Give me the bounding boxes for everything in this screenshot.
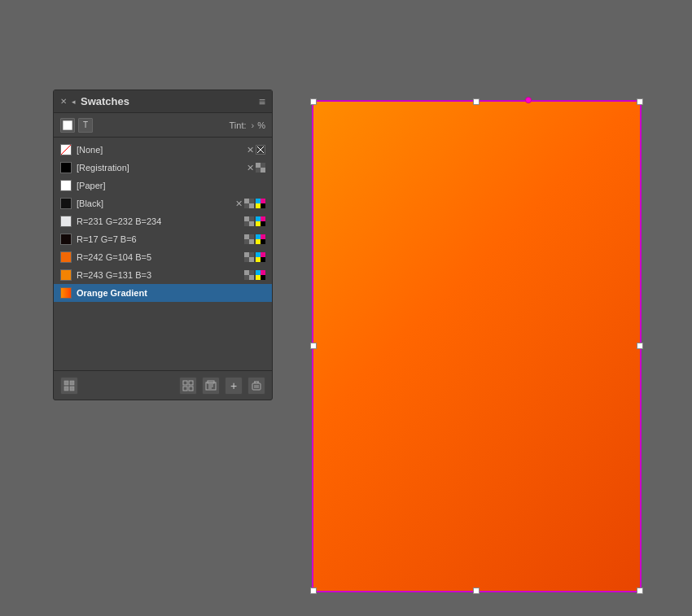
- swatch-black-label: [Black]: [77, 199, 230, 208]
- swatch-none[interactable]: [None] ✕: [54, 141, 272, 159]
- swatch-light-gray-color: [60, 216, 72, 227]
- swatch-r231g232b234[interactable]: R=231 G=232 B=234: [54, 212, 272, 230]
- black-cmyk-icon: [256, 199, 265, 208]
- svg-rect-5: [64, 387, 68, 391]
- delete-swatch-button[interactable]: [247, 377, 265, 395]
- swatch-black[interactable]: [Black] ✕: [54, 194, 272, 212]
- swatch-paper-label: [Paper]: [77, 181, 261, 190]
- svg-rect-4: [70, 381, 74, 385]
- tint-label: Tint:: [230, 120, 247, 130]
- swatch-orange1-label: R=242 G=104 B=5: [77, 252, 239, 262]
- none-x-icon: ✕: [247, 145, 254, 155]
- swatch-none-icons: ✕: [247, 145, 265, 155]
- panel-title-left: ✕ ◂ Swatches: [60, 95, 129, 107]
- swatch-reg-label: [Registration]: [77, 163, 242, 173]
- swatch-paper-color: [60, 180, 72, 191]
- open-swatch-library-button[interactable]: [202, 377, 220, 395]
- reg-checker-icon: [256, 163, 265, 173]
- collapse-arrow-icon[interactable]: ◂: [72, 98, 76, 106]
- swatch-r242g104b5[interactable]: R=242 G=104 B=5: [54, 248, 272, 266]
- canvas-area: [301, 53, 651, 616]
- swatches-panel: ✕ ◂ Swatches ≡ T Tint: › % [None] ✕: [53, 90, 273, 400]
- swatch-black-color: [60, 198, 72, 209]
- dark-cmyk-icon: [256, 234, 265, 244]
- black-checker-icon: [244, 199, 254, 208]
- svg-rect-3: [64, 381, 68, 385]
- swatch-orange2-icons: [244, 270, 265, 280]
- swatch-dark-color: [60, 234, 72, 245]
- none-box-icon: [256, 145, 265, 155]
- swatch-r17g7b6[interactable]: R=17 G=7 B=6: [54, 230, 272, 248]
- swatch-dark-label: R=17 G=7 B=6: [77, 234, 239, 244]
- swatch-light-gray-icons: [244, 216, 265, 226]
- dark-checker-icon: [244, 234, 254, 244]
- swatch-none-color: [60, 144, 72, 155]
- panel-bottom-bar: +: [54, 370, 272, 400]
- swatches-list: [None] ✕ [Registration] ✕: [54, 138, 272, 305]
- svg-rect-0: [63, 120, 72, 130]
- black-x-icon: ✕: [235, 199, 243, 209]
- swatch-paper[interactable]: [Paper]: [54, 177, 272, 194]
- orange1-checker-icon: [244, 252, 254, 262]
- swatch-gradient-color: [60, 287, 72, 299]
- swatch-orange2-color: [60, 269, 72, 281]
- tint-arrow-icon: ›: [252, 120, 255, 130]
- swatch-orange2-label: R=243 G=131 B=3: [77, 270, 239, 280]
- orange2-checker-icon: [244, 270, 254, 280]
- page-object[interactable]: [312, 100, 642, 592]
- panel-toolbar: T Tint: › %: [54, 113, 272, 138]
- new-swatch-button[interactable]: +: [225, 377, 243, 395]
- swatch-registration[interactable]: [Registration] ✕: [54, 159, 272, 177]
- swatch-dark-icons: [244, 234, 265, 244]
- show-all-swatches-button[interactable]: [60, 377, 78, 395]
- swatch-orange1-color: [60, 251, 72, 263]
- swatch-r243g131b3[interactable]: R=243 G=131 B=3: [54, 266, 272, 284]
- light-gray-checker-icon: [244, 216, 254, 226]
- swatch-none-label: [None]: [77, 145, 242, 155]
- swatch-black-icons: ✕: [235, 199, 265, 209]
- swatch-light-gray-label: R=231 G=232 B=234: [77, 216, 239, 226]
- svg-rect-10: [189, 387, 193, 391]
- swatch-orange-gradient[interactable]: Orange Gradient: [54, 284, 272, 302]
- panel-title-bar: ✕ ◂ Swatches ≡: [54, 90, 272, 113]
- stroke-indicator-button[interactable]: T: [78, 118, 93, 133]
- light-gray-cmyk-icon: [256, 216, 265, 226]
- svg-rect-6: [70, 387, 74, 391]
- swatch-reg-color: [60, 162, 72, 173]
- panel-bottom-right: +: [179, 377, 265, 395]
- swatch-reg-icons: ✕: [247, 163, 265, 173]
- orange2-cmyk-icon: [256, 270, 265, 280]
- svg-rect-9: [183, 387, 187, 391]
- swatch-orange1-icons: [244, 252, 265, 262]
- panel-empty-area: [54, 305, 272, 370]
- tint-percent-label: %: [257, 120, 265, 130]
- page-fill: [312, 100, 642, 592]
- panel-close-button[interactable]: ✕: [60, 98, 67, 106]
- reg-x-icon: ✕: [247, 163, 254, 173]
- panel-title: Swatches: [81, 95, 129, 107]
- svg-rect-7: [183, 381, 187, 385]
- orange1-cmyk-icon: [256, 252, 265, 262]
- swatch-gradient-label: Orange Gradient: [77, 288, 261, 298]
- svg-rect-8: [189, 381, 193, 385]
- new-color-group-button[interactable]: [179, 377, 197, 395]
- fill-indicator-button[interactable]: [60, 118, 75, 133]
- panel-menu-icon[interactable]: ≡: [259, 95, 265, 108]
